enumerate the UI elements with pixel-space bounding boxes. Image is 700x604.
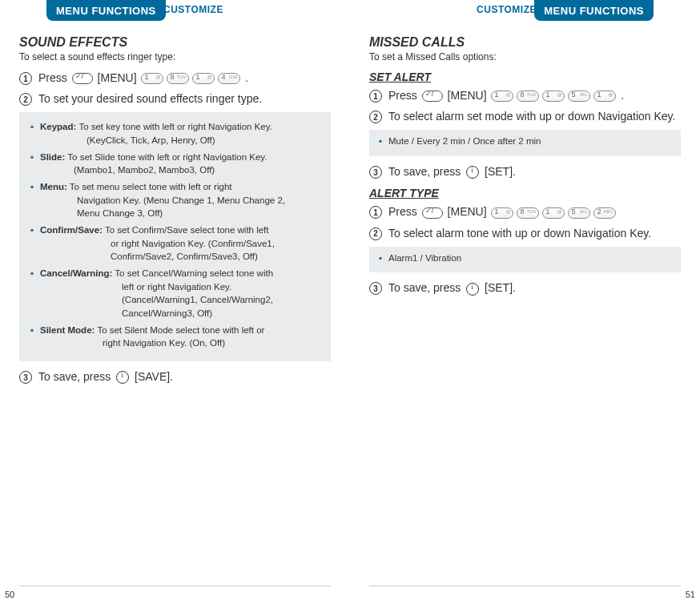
section-heading-sound-effects: SOUND EFFECTS [19,35,331,50]
step-1: 1 Press [MENU] 1@8TUV1@5JKL1@ . [369,88,681,103]
option-text: To set Slide tone with left or right Nav… [67,152,267,162]
send-key-icon [422,207,443,219]
ok-key-icon [466,283,479,296]
options-box: Mute / Every 2 min / Once after 2 min [369,130,681,156]
step-text: To save, press [SAVE]. [38,369,173,384]
digit-key-icon: 2ABC [593,207,616,219]
tab-customize: CUSTOMIZE [477,0,537,19]
step-number-icon: 2 [369,111,382,123]
label: Press [38,71,67,84]
header-tabs: MENU FUNCTIONS CUSTOMIZE [369,0,681,22]
steps-list: 1 Press [MENU] 1@8TUV1@4GHI . 2 To set y… [19,70,331,106]
page-50: MENU FUNCTIONS CUSTOMIZE SOUND EFFECTS T… [0,0,350,604]
label: To save, press [388,165,464,178]
steps-list: 1 Press [MENU] 1@8TUV1@5JKL1@ . 2 To sel… [369,88,681,123]
label: [SET]. [485,165,516,178]
step-3: 3 To save, press [SET]. [369,164,681,179]
step-text: Press [MENU] 1@8TUV1@5JKL2ABC [388,204,618,219]
option-text: To set Cancel/Warning select tone with [115,268,273,278]
option-text: Confirm/Save2, Confirm/Save3, Off) [40,250,321,264]
tab-customize: CUSTOMIZE [163,0,223,19]
option-text: To set Silent Mode select tone with left… [97,325,264,335]
step-number-icon: 1 [369,206,382,219]
digit-key-icon: 1@ [141,73,163,84]
digit-key-icon: 4GHI [218,73,240,84]
label: To save, press [388,281,464,294]
digit-key-icon: 1@ [542,207,565,219]
tab-menu-functions: MENU FUNCTIONS [534,0,654,21]
option-key: Slide: [40,152,65,162]
option-text: (KeyClick, Tick, Arp, Henry, Off) [40,134,321,147]
option-key: Cancel/Warning: [40,268,112,278]
document-spread: MENU FUNCTIONS CUSTOMIZE SOUND EFFECTS T… [0,0,700,604]
option-text: Menu Change 3, Off) [40,207,321,220]
label: Press [388,89,417,102]
option-text: (Mambo1, Mambo2, Mambo3, Off) [40,163,321,177]
label: Press [388,205,417,218]
step-text: To select alarm set mode with up or down… [388,109,675,123]
digit-key-icon: 1@ [593,91,616,102]
tab-menu-functions: MENU FUNCTIONS [46,0,166,21]
step-text: To save, press [SET]. [388,164,516,179]
subsection-alert-type: ALERT TYPE [369,187,681,199]
footer-divider [369,586,681,586]
header-tabs: MENU FUNCTIONS CUSTOMIZE [19,0,331,22]
option-text: To set Confirm/Save select tone with lef… [105,225,269,235]
page-51: MENU FUNCTIONS CUSTOMIZE MISSED CALLS To… [350,0,700,604]
digit-key-icon: 5JKL [568,207,590,219]
footer-divider [19,586,331,586]
digit-key-icon: 1@ [491,207,513,219]
option-text: Navigation Key. (Menu Change 1, Menu Cha… [40,194,321,207]
step-number-icon: 1 [369,90,382,103]
option-text: Mute / Every 2 min / Once after 2 min [388,136,541,146]
step-3: 3 To save, press [SAVE]. [19,369,331,384]
option-menu: Menu: To set menu select tone with left … [30,180,321,220]
send-key-icon [422,91,443,102]
option-slide: Slide: To set Slide tone with left or ri… [30,151,321,177]
digit-key-icon: 8TUV [517,91,539,102]
ok-key-icon [116,371,129,384]
option-text: Cancel/Warning3, Off) [40,307,321,320]
option-text: To set menu select tone with left or rig… [70,182,232,191]
step-1: 1 Press [MENU] 1@8TUV1@4GHI . [19,70,331,85]
option-key: Confirm/Save: [40,225,103,235]
ok-key-icon [466,166,479,179]
option-keypad: Keypad: To set key tone with left or rig… [30,120,321,147]
step-text: To set your desired sound effects ringer… [38,91,262,106]
option-text: To set key tone with left or right Navig… [78,122,272,131]
steps-list-cont: 3 To save, press [SET]. [369,164,681,179]
steps-list-cont: 3 To save, press [SET]. [369,280,681,295]
option-text: right Navigation Key. (On, Off) [40,336,321,350]
label: . [245,71,248,84]
section-heading-missed-calls: MISSED CALLS [369,35,681,50]
option-text: (Cancel/Warning1, Cancel/Warning2, [40,293,321,307]
page-number: 50 [5,590,14,599]
label: [MENU] [448,205,487,218]
label: [MENU] [98,71,137,84]
section-subtext: To select a sound effects ringer type: [19,51,331,62]
page-number: 51 [686,590,695,599]
step-text: Press [MENU] 1@8TUV1@4GHI . [38,70,248,85]
digit-key-icon: 8TUV [517,207,539,219]
digit-key-icon: 1@ [491,91,513,102]
step-number-icon: 1 [19,72,32,85]
step-number-icon: 2 [369,228,382,240]
option-confirm-save: Confirm/Save: To set Confirm/Save select… [30,223,321,264]
step-2: 2 To select alarm set mode with up or do… [369,109,681,123]
digit-key-icon: 1@ [192,73,215,84]
step-number-icon: 3 [369,282,382,295]
send-key-icon [72,73,93,84]
option-item: Mute / Every 2 min / Once after 2 min [379,135,671,148]
step-text: To save, press [SET]. [388,280,516,295]
step-text: To select alarm tone with up or down Nav… [388,226,651,240]
label: [SET]. [485,281,516,294]
label: . [621,89,624,102]
section-subtext: To set a Missed Calls options: [369,51,681,62]
digit-key-icon: 5JKL [568,91,590,102]
label: [SAVE]. [135,370,173,383]
option-item: Alarm1 / Vibration [379,252,671,265]
digit-key-icon: 1@ [542,91,565,102]
options-box: Alarm1 / Vibration [369,247,681,273]
options-box: Keypad: To set key tone with left or rig… [19,112,331,361]
steps-list: 1 Press [MENU] 1@8TUV1@5JKL2ABC 2 To sel… [369,204,681,240]
